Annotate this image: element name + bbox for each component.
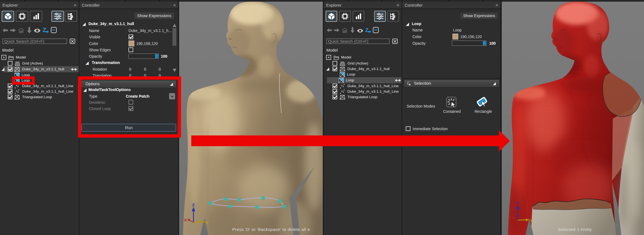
svg-text:Z: Z [516, 200, 519, 205]
svg-text:X: X [184, 218, 187, 222]
svg-text:Y: Y [530, 218, 533, 223]
svg-text:Y: Y [206, 220, 208, 225]
svg-text:Selected 1 entity: Selected 1 entity [558, 227, 592, 232]
svg-text:Z: Z [192, 202, 195, 207]
svg-text:Press 'D' or 'Backspace' to de: Press 'D' or 'Backspace' to delete all e [232, 227, 310, 232]
svg-text:X: X [508, 215, 511, 220]
